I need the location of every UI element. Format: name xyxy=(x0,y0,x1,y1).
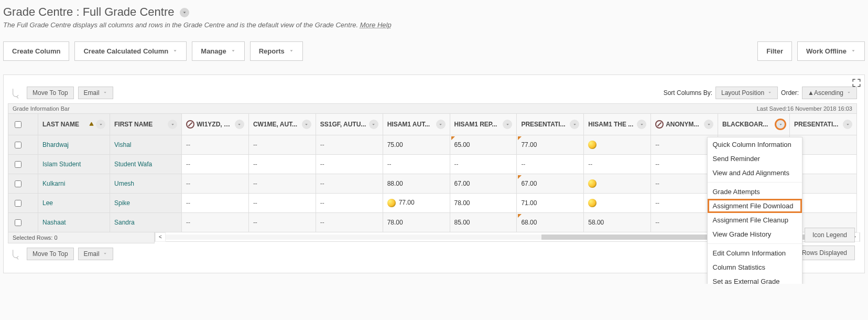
reports-button[interactable]: Reports xyxy=(250,41,303,61)
menu-column-statistics[interactable]: Column Statistics xyxy=(708,260,802,274)
column-header-his_aut[interactable]: HISAM1 AUT... xyxy=(383,114,450,135)
row-select-checkbox[interactable] xyxy=(15,219,21,226)
work-offline-button[interactable]: Work Offline xyxy=(797,41,865,61)
grade-cell[interactable]: -- xyxy=(316,213,383,232)
grade-cell[interactable]: -- xyxy=(248,174,316,194)
menu-assignment-file-download[interactable]: Assignment File Download xyxy=(708,199,802,213)
column-menu-icon[interactable] xyxy=(843,120,852,129)
last-name-cell[interactable]: Nashaat xyxy=(38,213,110,232)
column-menu-icon[interactable] xyxy=(704,120,713,129)
row-select-cell[interactable] xyxy=(8,155,38,174)
grade-cell[interactable]: 85.00 xyxy=(450,213,517,232)
column-menu-icon[interactable] xyxy=(168,120,177,129)
column-header-last[interactable]: LAST NAME xyxy=(38,114,110,135)
grade-cell[interactable]: -- xyxy=(584,155,651,174)
column-menu-icon[interactable] xyxy=(235,120,244,129)
menu-quick-column-info[interactable]: Quick Column Information xyxy=(708,137,802,152)
column-header-black[interactable]: BLACKBOAR... xyxy=(718,114,790,135)
grade-cell[interactable]: -- xyxy=(517,155,584,174)
last-name-cell[interactable]: Islam Student xyxy=(38,155,110,174)
grade-cell[interactable]: -- xyxy=(248,213,316,232)
first-name-cell[interactable]: Student Wafa xyxy=(110,155,182,174)
column-header-first[interactable]: FIRST NAME xyxy=(110,114,182,135)
grade-cell[interactable]: 88.00 xyxy=(383,174,450,194)
first-name-cell[interactable]: Spike xyxy=(110,194,182,213)
row-select-cell[interactable] xyxy=(8,213,38,232)
order-select[interactable]: ▲Ascending xyxy=(802,87,857,99)
email-button[interactable]: Email xyxy=(78,248,113,260)
grade-cell[interactable]: -- xyxy=(248,135,316,155)
column-menu-icon[interactable] xyxy=(637,120,646,129)
column-header-pres1[interactable]: PRESENTATI... xyxy=(517,114,584,135)
grade-cell[interactable]: 71.00 xyxy=(517,194,584,213)
scroll-left-button[interactable]: < xyxy=(155,232,166,242)
row-select-checkbox[interactable] xyxy=(15,142,21,148)
column-menu-icon[interactable] xyxy=(436,120,446,129)
grade-cell[interactable]: -- xyxy=(316,135,383,155)
create-column-button[interactable]: Create Column xyxy=(3,41,69,61)
grade-cell[interactable] xyxy=(584,135,651,155)
grade-cell[interactable]: -- xyxy=(316,155,383,174)
grade-cell[interactable]: -- xyxy=(450,155,517,174)
row-select-checkbox[interactable] xyxy=(15,161,21,168)
rows-displayed-button[interactable]: Rows Displayed xyxy=(794,246,855,260)
filter-button[interactable]: Filter xyxy=(757,41,792,61)
menu-edit-column-information[interactable]: Edit Column Information xyxy=(708,246,802,260)
page-title-chevron-icon[interactable] xyxy=(180,8,189,17)
grade-cell[interactable]: -- xyxy=(182,135,249,155)
menu-view-grade-history[interactable]: View Grade History xyxy=(708,227,802,241)
grade-cell[interactable]: 67.00 xyxy=(450,174,517,194)
grade-cell[interactable]: -- xyxy=(248,155,316,174)
column-header-his_the[interactable]: HISAM1 THE ... xyxy=(584,114,651,135)
row-select-cell[interactable] xyxy=(8,135,38,155)
column-menu-icon[interactable] xyxy=(503,120,512,129)
grade-cell[interactable]: 77.00 xyxy=(383,194,450,213)
create-calculated-column-button[interactable]: Create Calculated Column xyxy=(74,41,187,61)
column-header-anon[interactable]: ANONYM... xyxy=(651,114,718,135)
select-all-checkbox[interactable] xyxy=(15,121,21,128)
column-menu-icon[interactable] xyxy=(369,120,378,129)
grade-cell[interactable]: 78.00 xyxy=(383,213,450,232)
grade-cell[interactable]: -- xyxy=(182,174,249,194)
grade-cell[interactable]: 77.00 xyxy=(517,135,584,155)
column-header-his_rep[interactable]: HISAM1 REP... xyxy=(450,114,517,135)
column-menu-icon[interactable] xyxy=(776,120,785,129)
grade-cell[interactable]: 68.00 xyxy=(517,213,584,232)
grade-cell[interactable] xyxy=(584,174,651,194)
select-all-header[interactable] xyxy=(8,114,38,135)
move-to-top-button[interactable]: Move To Top xyxy=(27,248,74,260)
menu-assignment-file-cleanup[interactable]: Assignment File Cleanup xyxy=(708,213,802,227)
sort-columns-by-select[interactable]: Layout Position xyxy=(715,87,778,99)
fullscreen-icon[interactable] xyxy=(852,78,861,88)
grade-cell[interactable]: 58.00 xyxy=(584,213,651,232)
menu-send-reminder[interactable]: Send Reminder xyxy=(708,152,802,166)
icon-legend-button[interactable]: Icon Legend xyxy=(805,228,855,242)
column-header-ss1[interactable]: SS1GF, AUTU... xyxy=(316,114,383,135)
column-header-wi1[interactable]: WI1YZD, S... xyxy=(182,114,249,135)
grade-cell[interactable]: -- xyxy=(316,194,383,213)
grade-cell[interactable]: -- xyxy=(383,155,450,174)
grade-cell[interactable]: -- xyxy=(248,194,316,213)
grade-cell[interactable]: 65.00 xyxy=(450,135,517,155)
grade-cell[interactable]: 78.00 xyxy=(450,194,517,213)
grade-cell[interactable]: -- xyxy=(316,174,383,194)
grade-cell[interactable]: -- xyxy=(182,194,249,213)
menu-set-as-external-grade[interactable]: Set as External Grade xyxy=(708,274,802,284)
more-help-link[interactable]: More Help xyxy=(360,21,392,29)
grade-cell[interactable]: -- xyxy=(182,155,249,174)
menu-view-add-alignments[interactable]: View and Add Alignments xyxy=(708,166,802,180)
row-select-checkbox[interactable] xyxy=(15,200,21,207)
last-name-cell[interactable]: Lee xyxy=(38,194,110,213)
menu-grade-attempts[interactable]: Grade Attempts xyxy=(708,185,802,199)
last-name-cell[interactable]: Kulkarni xyxy=(38,174,110,194)
first-name-cell[interactable]: Sandra xyxy=(110,213,182,232)
grade-cell[interactable]: -- xyxy=(182,213,249,232)
column-menu-icon[interactable] xyxy=(302,120,311,129)
first-name-cell[interactable]: Vishal xyxy=(110,135,182,155)
row-select-cell[interactable] xyxy=(8,174,38,194)
first-name-cell[interactable]: Umesh xyxy=(110,174,182,194)
grade-cell[interactable]: 67.00 xyxy=(517,174,584,194)
grade-cell[interactable]: 75.00 xyxy=(383,135,450,155)
column-menu-icon[interactable] xyxy=(570,120,579,129)
grade-cell[interactable] xyxy=(584,194,651,213)
